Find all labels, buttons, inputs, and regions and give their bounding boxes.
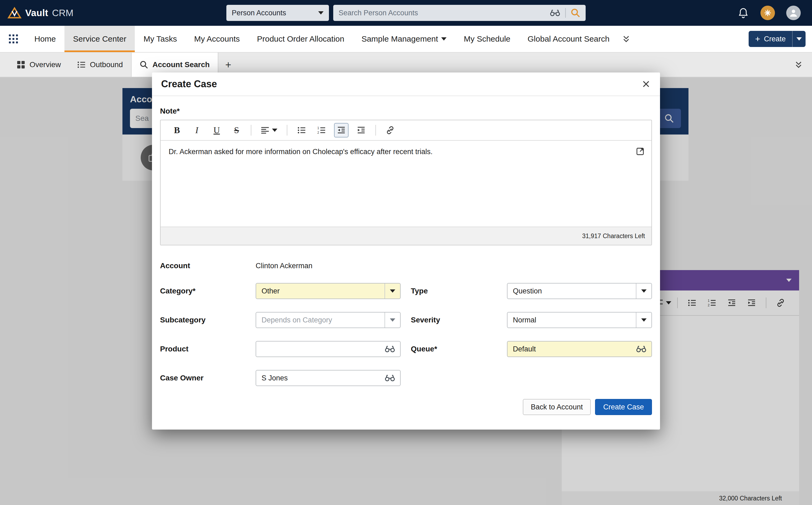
strikethrough-button[interactable]: S — [229, 123, 244, 138]
binoculars-icon[interactable] — [380, 373, 400, 383]
nav-tab-my-accounts[interactable]: My Accounts — [185, 26, 249, 52]
type-select[interactable]: Question — [507, 283, 652, 299]
vault-logo-icon — [8, 6, 21, 19]
brand-crm-text: CRM — [52, 8, 73, 18]
create-button-label: Create — [764, 35, 786, 43]
nav-tab-product-order-allocation[interactable]: Product Order Allocation — [249, 26, 353, 52]
binoculars-icon[interactable] — [550, 8, 560, 18]
nav-tab-label: Global Account Search — [528, 34, 610, 43]
chevron-down-icon — [318, 11, 324, 14]
nav-tab-my-tasks[interactable]: My Tasks — [135, 26, 185, 52]
outdent-button[interactable] — [334, 123, 348, 138]
global-search-input[interactable] — [339, 9, 545, 17]
object-scope-value: Person Accounts — [232, 9, 286, 17]
bold-button[interactable]: B — [170, 123, 184, 138]
indent-icon — [357, 126, 365, 135]
create-dropdown-caret[interactable] — [792, 31, 806, 47]
link-button[interactable] — [383, 123, 397, 138]
modal-buttons: Back to Account Create Case — [160, 399, 652, 415]
severity-select[interactable]: Normal — [507, 312, 652, 328]
nav-tab-label: My Schedule — [464, 34, 510, 43]
subcategory-value: Depends on Category — [262, 316, 380, 324]
underline-button[interactable]: U — [209, 123, 224, 138]
brand-vault-text: Vault — [25, 8, 48, 18]
grid-icon — [17, 60, 25, 69]
create-case-button[interactable]: Create Case — [595, 399, 652, 415]
bell-icon[interactable] — [738, 7, 749, 19]
nav-tab-service-center[interactable]: Service Center — [64, 26, 135, 52]
nav-overflow-chevrons-icon[interactable] — [622, 35, 630, 43]
nav-tab-label: Product Order Allocation — [257, 34, 344, 43]
subtab-overview[interactable]: Overview — [9, 53, 69, 77]
list-icon — [77, 60, 86, 69]
app-root: Vault CRM Person Accounts — [0, 0, 812, 505]
category-label: Category* — [160, 287, 256, 295]
avatar[interactable] — [786, 6, 801, 20]
binoculars-icon[interactable] — [380, 344, 400, 354]
main-nav: Home Service Center My Tasks My Accounts… — [0, 26, 812, 53]
bullet-list-icon — [297, 126, 306, 135]
chevron-down-icon — [390, 318, 395, 322]
indent-button[interactable] — [354, 123, 368, 138]
divider — [565, 8, 566, 18]
account-value: Clinton Ackerman — [256, 262, 652, 270]
back-to-account-button[interactable]: Back to Account — [523, 399, 591, 415]
link-icon — [385, 125, 395, 135]
object-scope-dropdown[interactable]: Person Accounts — [226, 5, 329, 21]
account-label: Account — [160, 262, 256, 270]
binoculars-icon[interactable] — [631, 344, 651, 354]
numbered-list-button[interactable]: 12 — [314, 123, 329, 138]
nav-tab-label: My Tasks — [143, 34, 177, 43]
star-badge-icon[interactable] — [761, 6, 775, 20]
expand-icon[interactable] — [636, 147, 644, 156]
nav-tab-my-schedule[interactable]: My Schedule — [455, 26, 519, 52]
app-launcher-icon[interactable] — [9, 34, 18, 44]
nav-tab-home[interactable]: Home — [26, 26, 64, 52]
category-value: Other — [262, 287, 380, 295]
case-form: Account Clinton Ackerman Category* Other… — [160, 262, 652, 386]
subtab-label: Outbound — [90, 60, 123, 69]
create-button[interactable]: + Create — [749, 31, 792, 47]
subtab-label: Overview — [29, 60, 61, 69]
global-search-group: Person Accounts — [226, 5, 586, 21]
type-value: Question — [513, 287, 632, 295]
subtab-label: Account Search — [153, 60, 210, 69]
close-icon[interactable] — [641, 79, 651, 89]
category-select[interactable]: Other — [256, 283, 400, 299]
align-left-icon — [261, 126, 269, 135]
numbered-list-icon: 12 — [317, 126, 326, 135]
note-label: Note* — [160, 107, 652, 116]
subtab-overflow-chevrons-icon[interactable] — [795, 60, 802, 69]
outdent-icon — [337, 126, 346, 135]
align-dropdown-button[interactable] — [258, 123, 280, 138]
nav-tab-sample-management[interactable]: Sample Management — [353, 26, 455, 52]
product-lookup[interactable] — [256, 341, 400, 357]
characters-left-bar: 31,917 Characters Left — [161, 226, 651, 245]
search-icon — [140, 60, 148, 69]
queue-value: Default — [513, 345, 631, 353]
bullet-list-button[interactable] — [294, 123, 309, 138]
select-caret — [636, 313, 651, 328]
modal-body: Note* B I U S 12 — [152, 96, 660, 415]
rich-text-editor: B I U S 12 Dr. Ackerman asked for more i… — [160, 120, 652, 245]
search-icon[interactable] — [571, 8, 580, 18]
italic-button[interactable]: I — [190, 123, 204, 138]
select-caret — [636, 284, 651, 299]
severity-label: Severity — [400, 316, 507, 324]
case-owner-label: Case Owner — [160, 374, 256, 382]
note-text: Dr. Ackerman asked for more information … — [169, 148, 433, 156]
create-split-button: + Create — [749, 31, 806, 47]
chevron-down-icon — [441, 37, 447, 40]
queue-lookup[interactable]: Default — [507, 341, 652, 357]
case-owner-value: S Jones — [262, 374, 380, 382]
severity-value: Normal — [513, 316, 632, 324]
rich-text-toolbar: B I U S 12 — [161, 120, 651, 141]
subtab-outbound[interactable]: Outbound — [69, 53, 131, 77]
nav-tab-global-account-search[interactable]: Global Account Search — [519, 26, 618, 52]
note-textarea[interactable]: Dr. Ackerman asked for more information … — [161, 141, 651, 226]
svg-text:2: 2 — [317, 131, 319, 135]
header-actions — [738, 6, 812, 20]
nav-tab-label: My Accounts — [194, 34, 240, 43]
case-owner-lookup[interactable]: S Jones — [256, 370, 400, 386]
subcategory-select[interactable]: Depends on Category — [256, 312, 400, 328]
